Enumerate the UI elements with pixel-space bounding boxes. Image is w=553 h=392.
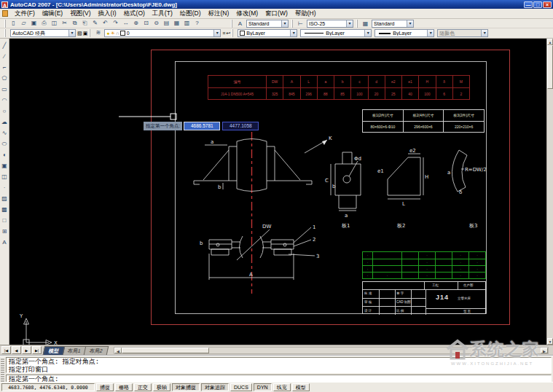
tb-new[interactable]: ▯ [9,20,18,28]
draw-region[interactable]: □ [0,216,9,227]
scroll-up-icon[interactable]: ▲ [547,39,553,45]
tb-cut[interactable]: ✂ [60,20,69,28]
tb-redo[interactable]: ↷ [111,20,120,28]
horizontal-scrollbar[interactable]: ◀ ▶ [114,347,549,354]
tb-designcenter[interactable]: ▦ [172,20,181,28]
toolbar-grip[interactable] [232,29,235,37]
menu-item[interactable]: 窗口(W) [262,9,291,18]
chevron-down-icon[interactable]: ▾ [68,30,75,36]
status-toggle[interactable]: 极轴 [153,383,170,391]
tb-help[interactable]: ? [192,20,202,28]
chevron-down-icon[interactable]: ▾ [281,20,288,27]
toolbar-grip[interactable] [291,20,294,28]
layer-on-bulb-icon[interactable]: ● [106,30,109,36]
plot-style-combo[interactable]: 随颜色 ▾ [437,29,488,37]
scroll-right-icon[interactable]: ▶ [541,348,548,353]
tb-properties[interactable]: ▤ [162,20,171,28]
coordinate-display[interactable]: 4683.7608, 4476.6348, 0.0000 [1,383,95,391]
tab-nav-button[interactable]: |◀ [1,346,11,354]
draw-make-block[interactable]: ◫ [0,172,9,183]
layer-lock-icon[interactable]: ∩ [116,30,119,36]
vertical-scroll-thumb[interactable] [547,45,553,89]
draw-circle[interactable]: ○ [0,106,9,117]
chevron-down-icon[interactable]: ▾ [213,30,220,36]
toolbar-grip[interactable] [356,20,359,28]
draw-line[interactable]: ╱ [0,41,9,52]
menu-item[interactable]: 绘图(D) [176,9,205,18]
draw-ellipse[interactable]: ⬭ [0,139,9,150]
table-style-combo[interactable]: Standard ▾ [372,20,414,28]
command-history[interactable]: 指定第一个角点: 指定对角点: 指定打印窗口 [6,357,552,373]
layer-properties-icon[interactable]: ≋ [93,29,103,37]
chevron-down-icon[interactable]: ▾ [346,20,353,27]
menu-item[interactable]: 编辑(E) [39,9,66,18]
tb-save-workspace[interactable]: ▣ [83,31,88,36]
command-window-grip[interactable] [1,358,4,382]
chevron-down-icon[interactable]: ▾ [481,30,487,36]
menu-item[interactable]: 格式(O) [120,9,149,18]
tb-save[interactable]: ▣ [29,20,39,28]
status-toggle[interactable]: 对象追踪 [201,383,229,391]
title-bar[interactable]: A AutoCAD 2007 - [C:\Users\Administrator… [0,0,553,9]
draw-rectangle[interactable]: ▭ [0,85,9,95]
status-toggle[interactable]: 捕捉 [96,383,114,391]
menu-item[interactable]: 工具(T) [149,9,176,18]
text-style-combo[interactable]: Standard ▾ [246,20,289,28]
status-toggle[interactable]: 模型 [292,383,310,391]
drawing-canvas[interactable]: K a b DW 1 2 3 A b Φd C b [9,39,546,345]
menu-item[interactable]: 修改(M) [232,9,262,18]
toolbar-grip[interactable] [4,20,7,28]
menu-item[interactable]: 帮助(H) [291,9,320,18]
status-toggle[interactable]: 正交 [134,383,152,391]
draw-ellipse-arc[interactable]: ◖ [0,150,9,161]
tab-nav-button[interactable]: ◀ [12,346,21,354]
draw-spline[interactable]: ∿ [0,128,9,139]
draw-polyline[interactable]: ⌐ [0,63,9,74]
linetype-combo[interactable]: ByLayer ▾ [300,29,372,37]
draw-insert-block[interactable]: ▣ [0,161,9,172]
layer-freeze-sun-icon[interactable]: ☀ [110,30,114,36]
tab-nav-button[interactable]: ▶ [22,346,31,354]
tb-tool-palettes[interactable]: ▥ [182,20,192,28]
tb-copy[interactable]: ⧉ [70,20,79,28]
tb-match-properties[interactable]: ✎ [90,20,100,28]
dim-style-combo[interactable]: ISO-25 ▾ [307,20,353,28]
close-button[interactable]: × [543,1,552,8]
tb-workspace-settings[interactable]: ▧ [77,31,82,36]
menu-item[interactable]: 插入(I) [95,9,120,18]
menu-item[interactable]: 标注(N) [205,9,233,18]
tb-open[interactable]: ▱ [19,20,28,28]
vertical-scrollbar[interactable]: ▲ ▼ [546,39,553,345]
status-toggle[interactable]: 线宽 [273,383,291,391]
chevron-down-icon[interactable]: ▾ [407,20,413,27]
tb-layer-previous[interactable]: ↩ [226,31,230,36]
color-combo[interactable]: ByLayer ▾ [238,29,297,37]
status-toggle[interactable]: 对象捕捉 [172,383,200,391]
toolbar-grip[interactable] [89,29,92,37]
layout-tab[interactable]: 布局2 [84,346,109,355]
chevron-down-icon[interactable]: ▾ [427,30,434,36]
draw-table[interactable]: ⊞ [0,227,9,238]
draw-hatch[interactable]: ▨ [0,194,9,205]
status-toggle[interactable]: DUCS [230,383,252,391]
status-toggle[interactable]: 栅格 [115,383,133,391]
tb-zoom-realtime[interactable]: ⊕ [131,20,141,28]
draw-polygon[interactable]: ⬠ [0,74,9,85]
toolbar-grip[interactable] [4,29,7,37]
tb-pan[interactable]: ↔ [121,20,130,28]
workspace-combo[interactable]: AutoCAD 经典 ▾ [10,29,76,37]
dynamic-input-y-field[interactable]: 4477.1058 [222,122,259,130]
maximize-button[interactable]: □ [533,1,542,8]
tb-undo[interactable]: ↶ [101,20,110,28]
tab-nav-button[interactable]: ▶| [32,346,42,354]
dynamic-input-x-field[interactable]: 4686.5781 [184,122,220,130]
draw-revision-cloud[interactable]: ☁ [0,117,9,128]
draw-arc[interactable]: ◠ [0,95,9,106]
horizontal-scroll-thumb[interactable] [122,348,209,353]
scroll-down-icon[interactable]: ▼ [547,338,553,345]
status-toggle[interactable]: DYN [254,383,272,391]
minimize-button[interactable]: — [524,1,533,8]
chevron-down-icon[interactable]: ▾ [290,30,297,36]
toolbar-grip[interactable] [231,20,234,28]
draw-point[interactable]: · [0,183,9,194]
